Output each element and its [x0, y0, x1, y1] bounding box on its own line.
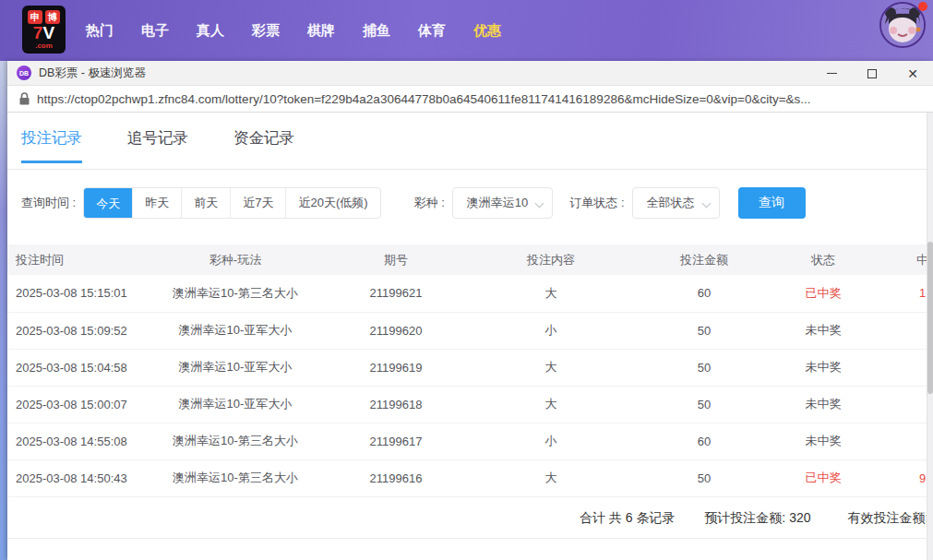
- avatar-illustration: [881, 4, 924, 46]
- lottery-play: 澳洲幸运10-亚军大小: [153, 312, 317, 349]
- issue-number: 21199619: [317, 349, 474, 386]
- order-status-value: 全部状态: [647, 195, 695, 211]
- table-row: 2025-03-08 15:15:01澳洲幸运10-第三名大小21199621大…: [7, 275, 927, 312]
- close-icon: ✕: [907, 67, 918, 80]
- issue-number: 21199618: [317, 386, 474, 423]
- bet-records-table: 投注时间彩种-玩法期号投注内容投注金额状态中奖金额 2025-03-08 15:…: [7, 244, 927, 497]
- scrollbar-thumb[interactable]: [927, 242, 933, 394]
- bet-amount: 50: [628, 312, 781, 349]
- lottery-select-value: 澳洲幸运10: [467, 195, 528, 211]
- status-badge: 已中奖: [781, 459, 866, 496]
- bet-time: 2025-03-08 15:00:07: [7, 386, 153, 423]
- table-header-row: 投注时间彩种-玩法期号投注内容投注金额状态中奖金额: [7, 244, 927, 275]
- minimize-button[interactable]: [811, 61, 852, 86]
- tab[interactable]: 追号记录: [127, 128, 188, 163]
- site-nav-item[interactable]: 真人: [197, 22, 224, 40]
- lock-icon: [19, 92, 30, 105]
- lottery-select[interactable]: 澳洲幸运10: [452, 187, 553, 219]
- status-badge: 未中奖: [781, 423, 866, 459]
- site-nav-item[interactable]: 棋牌: [307, 22, 335, 40]
- bet-records-table-wrap: 投注时间彩种-玩法期号投注内容投注金额状态中奖金额 2025-03-08 15:…: [7, 244, 927, 497]
- site-nav-item[interactable]: 体育: [418, 22, 446, 40]
- avatar-wrap: [879, 2, 926, 48]
- filter-bar: 查询时间 : 今天昨天前天近7天近20天(低频) 彩种 : 澳洲幸运10 订单状…: [7, 187, 933, 219]
- prize-amount: 9: [866, 459, 927, 496]
- maximize-icon: [867, 69, 877, 78]
- status-badge: 未中奖: [781, 349, 866, 386]
- close-button[interactable]: ✕: [892, 61, 933, 86]
- order-status-select[interactable]: 全部状态: [632, 187, 720, 219]
- url-text[interactable]: https://ctop02pchwp1.zfnc84.com/lottery/…: [37, 92, 811, 106]
- minimize-icon: [827, 73, 837, 74]
- lottery-play: 澳洲幸运10-第三名大小: [153, 275, 317, 312]
- browser-favicon: DB: [17, 66, 31, 80]
- site-nav-item[interactable]: 热门: [86, 22, 114, 40]
- site-header: 申 博 7V .com 热门电子真人彩票棋牌捕鱼体育优惠: [0, 0, 933, 61]
- browser-urlbar: https://ctop02pchwp1.zfnc84.com/lottery/…: [7, 86, 933, 113]
- tab[interactable]: 资金记录: [233, 128, 294, 163]
- issue-number: 21199620: [317, 312, 474, 349]
- time-filter-label: 查询时间 :: [21, 195, 76, 211]
- lottery-play: 澳洲幸运10-亚军大小: [153, 349, 317, 386]
- column-header: 期号: [317, 244, 474, 275]
- bet-amount: 60: [628, 423, 781, 459]
- table-row: 2025-03-08 14:50:43澳洲幸运10-第三名大小21199616大…: [7, 459, 927, 496]
- bet-amount: 50: [628, 349, 781, 386]
- time-range-option[interactable]: 近20天(低频): [285, 188, 379, 218]
- logo-chip-1: 申: [28, 10, 42, 24]
- column-header: 投注时间: [7, 244, 153, 275]
- site-nav-item[interactable]: 彩票: [252, 22, 280, 40]
- bet-time: 2025-03-08 15:09:52: [7, 312, 153, 349]
- time-range-option[interactable]: 今天: [84, 188, 132, 218]
- tab[interactable]: 投注记录: [21, 128, 82, 163]
- bet-time: 2025-03-08 14:50:43: [7, 459, 153, 496]
- query-button[interactable]: 查询: [738, 187, 806, 219]
- bet-time: 2025-03-08 15:15:01: [7, 275, 153, 312]
- site-nav-item[interactable]: 优惠: [473, 22, 501, 40]
- time-range-option[interactable]: 昨天: [132, 188, 181, 218]
- time-range-option[interactable]: 前天: [181, 188, 230, 218]
- page-content: 投注记录追号记录资金记录 查询时间 : 今天昨天前天近7天近20天(低频) 彩种…: [7, 113, 933, 560]
- column-header: 中奖金额: [866, 244, 927, 275]
- site-nav: 热门电子真人彩票棋牌捕鱼体育优惠: [86, 0, 529, 61]
- chevron-down-icon: [535, 199, 544, 209]
- status-badge: 未中奖: [781, 312, 866, 349]
- lottery-play: 澳洲幸运10-第三名大小: [153, 459, 317, 496]
- lottery-play: 澳洲幸运10-亚军大小: [153, 386, 317, 423]
- window-title: DB彩票 - 极速浏览器: [39, 66, 146, 81]
- bet-time: 2025-03-08 14:55:08: [7, 423, 153, 459]
- table-row: 2025-03-08 15:04:58澳洲幸运10-亚军大小21199619大5…: [7, 349, 927, 386]
- column-header: 彩种-玩法: [153, 244, 317, 275]
- site-nav-item[interactable]: 捕鱼: [363, 22, 390, 40]
- vertical-scrollbar[interactable]: [927, 113, 933, 560]
- column-header: 投注内容: [474, 244, 628, 275]
- table-row: 2025-03-08 15:00:07澳洲幸运10-亚军大小21199618大5…: [7, 386, 927, 423]
- issue-number: 21199616: [317, 459, 474, 496]
- bet-amount: 50: [628, 459, 781, 496]
- prize-amount: [866, 386, 927, 423]
- time-range-option[interactable]: 近7天: [230, 188, 285, 218]
- status-badge: 已中奖: [781, 275, 866, 312]
- maximize-button[interactable]: [852, 61, 892, 86]
- logo-suffix: .com: [35, 42, 53, 50]
- bet-content: 大: [474, 275, 628, 312]
- logo-chips: 申 博: [28, 10, 60, 24]
- time-range-group: 今天昨天前天近7天近20天(低频): [83, 187, 380, 219]
- summary-total: 合计 共 6 条记录: [580, 510, 675, 525]
- site-logo[interactable]: 申 博 7V .com: [22, 6, 66, 54]
- lottery-filter-label: 彩种 :: [414, 195, 445, 211]
- issue-number: 21199617: [317, 423, 474, 459]
- prize-amount: [866, 423, 927, 459]
- window-controls: ✕: [811, 61, 933, 86]
- summary-bar: 合计 共 6 条记录 预计投注金额: 320 有效投注金额:: [7, 497, 933, 539]
- site-nav-item[interactable]: 电子: [141, 22, 169, 40]
- logo-main: 7V: [33, 24, 54, 42]
- table-body: 2025-03-08 15:15:01澳洲幸运10-第三名大小21199621大…: [7, 275, 927, 496]
- browser-window: DB DB彩票 - 极速浏览器 ✕ https://ctop02pchwp1.z…: [7, 61, 933, 560]
- bet-content: 大: [474, 459, 628, 496]
- page-background-strip: [0, 61, 7, 560]
- bet-content: 大: [474, 349, 628, 386]
- logo-chip-2: 博: [45, 10, 60, 24]
- status-badge: 未中奖: [781, 386, 866, 423]
- browser-titlebar: DB DB彩票 - 极速浏览器 ✕: [7, 61, 933, 86]
